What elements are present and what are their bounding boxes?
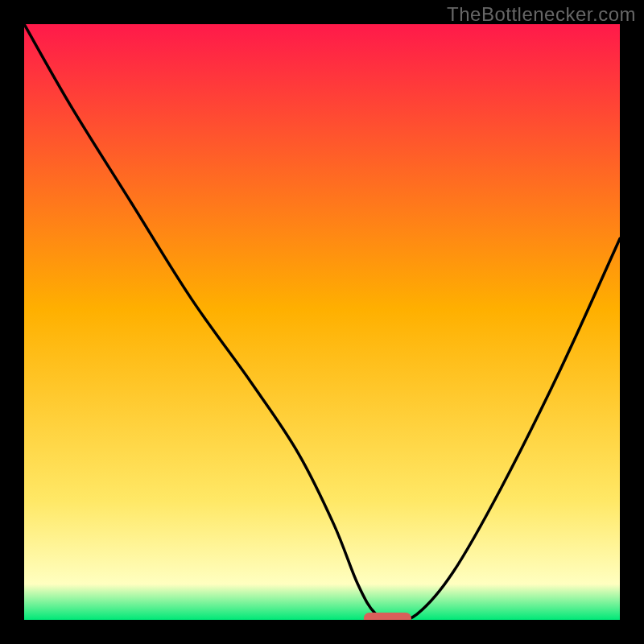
chart-svg <box>24 24 620 620</box>
chart-frame: TheBottlenecker.com <box>0 0 644 644</box>
minimum-marker <box>364 613 411 620</box>
gradient-background <box>24 24 620 620</box>
plot-area <box>24 24 620 620</box>
watermark-text: TheBottlenecker.com <box>447 3 636 26</box>
